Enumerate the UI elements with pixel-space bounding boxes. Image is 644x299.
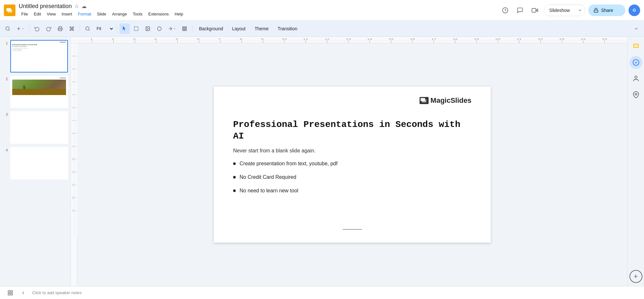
svg-rect-74 [71, 43, 77, 236]
title-bar: Untitled presentation ☆ ☁ File Edit View… [0, 0, 644, 21]
share-label: Share [601, 8, 613, 13]
collapse-toolbar-button[interactable] [631, 24, 641, 34]
slide-number-2: 2 [3, 77, 8, 81]
titlebar-right: Slideshow Share G [499, 5, 640, 16]
bullet-text-1: Create presentation from text, youtube, … [240, 161, 337, 167]
menu-help[interactable]: Help [172, 10, 186, 18]
slideshow-main-button[interactable]: Slideshow [544, 5, 575, 16]
bullet-2[interactable]: No Credit Card Required [233, 174, 337, 180]
sidebar-icon-4[interactable] [630, 88, 642, 101]
svg-text:22: 22 [538, 38, 543, 41]
panel-toggle-button[interactable] [18, 288, 28, 298]
svg-text:17: 17 [431, 38, 436, 41]
doc-title[interactable]: Untitled presentation [19, 3, 72, 10]
add-button[interactable] [14, 24, 26, 34]
toolbar-divider-4 [192, 25, 193, 33]
slide-preview-4[interactable] [10, 147, 68, 179]
sidebar-icon-3[interactable] [630, 72, 642, 85]
menu-slide[interactable]: Slide [94, 10, 109, 18]
select-button[interactable] [131, 24, 141, 34]
layout-button[interactable]: Layout [228, 24, 250, 34]
canvas-area: 1 2 3 4 5 6 7 8 9 10 11 12 13 14 15 16 1… [71, 37, 627, 286]
slide-heading[interactable]: Professional Presentations in Seconds wi… [233, 119, 471, 142]
cursor-button[interactable] [119, 24, 130, 34]
menu-file[interactable]: File [19, 10, 31, 18]
slide-preview-3[interactable] [10, 111, 68, 144]
menu-tools[interactable]: Tools [130, 10, 145, 18]
svg-point-6 [6, 27, 9, 30]
svg-text:5: 5 [72, 94, 74, 95]
shape-button[interactable] [154, 24, 165, 34]
sidebar-icon-1[interactable] [630, 40, 642, 53]
print-button[interactable] [55, 24, 65, 34]
slide-preview-2[interactable]: ■ MagicSlides [10, 76, 68, 108]
slide-thumb-1[interactable]: 1 ■ MagicSlides Professional Presentatio… [3, 40, 68, 72]
grid-view-button[interactable] [5, 288, 15, 298]
svg-text:1: 1 [90, 38, 93, 41]
history-button[interactable] [499, 5, 511, 16]
google-account-button[interactable]: G [629, 5, 640, 16]
menu-insert[interactable]: Insert [59, 10, 75, 18]
bottom-left-icons [5, 288, 28, 298]
zoom-icon-button[interactable] [82, 24, 93, 34]
svg-text:15: 15 [389, 38, 394, 41]
star-icon[interactable]: ☆ [74, 3, 79, 9]
title-section: Untitled presentation ☆ ☁ File Edit View… [19, 3, 499, 18]
bullet-dot-3 [233, 189, 236, 192]
slide-thumb-2[interactable]: 2 ■ MagicSlides [3, 76, 68, 108]
redo-button[interactable] [43, 24, 54, 34]
menu-extensions[interactable]: Extensions [146, 10, 172, 18]
svg-text:13: 13 [72, 197, 74, 199]
line-button[interactable] [166, 24, 178, 34]
bullet-1[interactable]: Create presentation from text, youtube, … [233, 161, 337, 167]
zoom-select[interactable]: Fit 50% 75% 100% 150% 200% [94, 24, 114, 34]
sidebar-add-button[interactable]: + [630, 270, 642, 283]
sidebar-icon-2[interactable] [630, 56, 642, 69]
slide-canvas-wrap[interactable]: MagicSlides Professional Presentations i… [77, 43, 627, 286]
background-button[interactable]: Background [195, 24, 227, 34]
app-logo [4, 5, 15, 16]
slide-canvas[interactable]: MagicSlides Professional Presentations i… [214, 87, 491, 243]
slide-number-4: 4 [3, 148, 8, 152]
svg-text:21: 21 [516, 38, 522, 41]
svg-text:12: 12 [72, 184, 74, 186]
slideshow-dropdown-button[interactable] [575, 5, 585, 16]
slide-panel: 1 ■ MagicSlides Professional Presentatio… [0, 37, 71, 286]
bullet-3[interactable]: No need to learn new tool [233, 188, 337, 194]
menu-arrange[interactable]: Arrange [109, 10, 129, 18]
comment-button[interactable] [514, 5, 526, 16]
slide-preview-1[interactable]: ■ MagicSlides Professional Presentations… [10, 40, 68, 72]
bullet-dot-2 [233, 176, 236, 178]
svg-text:3: 3 [72, 68, 74, 70]
cloud-icon[interactable]: ☁ [81, 3, 87, 9]
toolbar-divider-1 [29, 25, 29, 33]
menu-format[interactable]: Format [75, 10, 94, 18]
image-button[interactable] [143, 24, 153, 34]
menu-view[interactable]: View [44, 10, 58, 18]
svg-text:6: 6 [72, 107, 74, 108]
undo-button[interactable] [32, 24, 42, 34]
search-toolbar-button[interactable] [3, 24, 13, 34]
paint-format-button[interactable] [67, 24, 77, 34]
svg-text:4: 4 [154, 38, 157, 41]
menu-edit[interactable]: Edit [31, 10, 43, 18]
theme-button[interactable]: Theme [251, 24, 273, 34]
table-button[interactable] [179, 24, 190, 34]
svg-rect-10 [59, 29, 62, 31]
slide-number-1: 1 [3, 41, 8, 45]
bullet-dot-1 [233, 162, 236, 165]
share-button[interactable]: Share [588, 5, 625, 16]
slide-number-3: 3 [3, 112, 8, 116]
svg-text:13: 13 [346, 38, 351, 41]
svg-point-108 [635, 93, 637, 95]
notes-placeholder[interactable]: Click to add speaker notes [32, 290, 81, 295]
slide-thumb-3[interactable]: 3 [3, 111, 68, 144]
svg-text:6: 6 [197, 38, 200, 41]
camera-button[interactable] [529, 5, 541, 16]
svg-text:5: 5 [176, 38, 178, 41]
svg-text:2: 2 [72, 55, 74, 57]
slide-thumb-4[interactable]: 4 [3, 147, 68, 179]
slide-subtext[interactable]: Never start from a blank slide again. [233, 148, 316, 154]
svg-point-107 [635, 76, 637, 78]
transition-button[interactable]: Transition [274, 24, 301, 34]
